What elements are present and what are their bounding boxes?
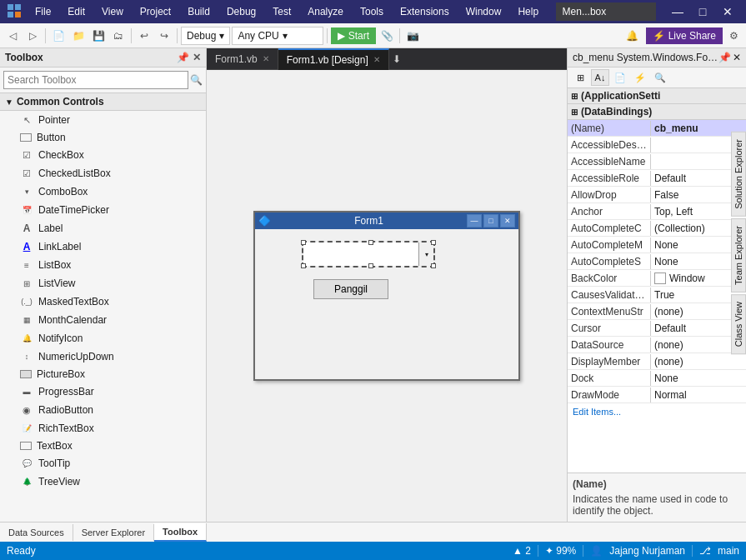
- menu-window[interactable]: Window: [459, 4, 508, 19]
- handle-bm[interactable]: [368, 263, 373, 268]
- forward-button[interactable]: ▷: [23, 27, 42, 45]
- menu-edit[interactable]: Edit: [61, 4, 92, 19]
- toolbox-item-pointer[interactable]: ↖ Pointer: [0, 111, 206, 129]
- prop-section-applicationsettings[interactable]: ⊞ (ApplicationSetti: [568, 88, 746, 104]
- toolbox-item-checkedlistbox[interactable]: ☑ CheckedListBox: [0, 164, 206, 182]
- toolbox-item-listbox[interactable]: ≡ ListBox: [0, 256, 206, 274]
- properties-close-icon[interactable]: ✕: [733, 52, 741, 63]
- toolbox-item-treeview[interactable]: 🌲 TreeView: [0, 472, 206, 491]
- prop-row-cursor[interactable]: Cursor Default: [568, 320, 746, 337]
- properties-pin-icon[interactable]: 📌: [718, 52, 731, 63]
- menu-analyze[interactable]: Analyze: [301, 4, 350, 19]
- prop-row-allowdrop[interactable]: AllowDrop False: [568, 187, 746, 203]
- prop-row-name[interactable]: (Name) cb_menu: [568, 120, 746, 137]
- prop-row-accessiblename[interactable]: AccessibleName: [568, 153, 746, 170]
- toolbox-item-listview[interactable]: ⊞ ListView: [0, 274, 206, 292]
- toolbox-item-linklabel[interactable]: A LinkLabel: [0, 238, 206, 256]
- prop-section-databindings[interactable]: ⊞ (DataBindings): [568, 104, 746, 120]
- combobox-control[interactable]: ▾: [303, 242, 433, 266]
- menu-extensions[interactable]: Extensions: [393, 4, 456, 19]
- prop-row-drawmode[interactable]: DrawMode Normal: [568, 387, 746, 403]
- live-share-button[interactable]: ⚡ Live Share: [646, 28, 723, 44]
- toolbox-item-datetimepicker[interactable]: 📅 DateTimePicker: [0, 201, 206, 219]
- class-view-tab[interactable]: Class View: [731, 294, 746, 354]
- tab-form1vb[interactable]: Form1.vb ✕: [207, 48, 278, 70]
- toolbox-pin-icon[interactable]: 📌: [177, 52, 189, 63]
- toolbox-item-radiobutton[interactable]: ◉ RadioButton: [0, 401, 206, 419]
- platform-dropdown[interactable]: Any CPU ▾: [232, 27, 323, 45]
- bottom-tab-datasources[interactable]: Data Sources: [0, 524, 73, 541]
- bottom-tab-serverexplorer[interactable]: Server Explorer: [73, 524, 154, 541]
- handle-tl[interactable]: [301, 240, 306, 245]
- undo-button[interactable]: ↩: [135, 27, 153, 45]
- toolbox-item-textbox[interactable]: TextBox: [0, 438, 206, 454]
- new-project-button[interactable]: 📄: [49, 27, 68, 45]
- menu-build[interactable]: Build: [181, 4, 217, 19]
- toolbox-item-progressbar[interactable]: ▬ ProgressBar: [0, 382, 206, 401]
- toolbox-item-numericupdown[interactable]: ↕ NumericUpDown: [0, 348, 206, 366]
- edit-items-link[interactable]: Edit Items...: [568, 403, 746, 420]
- toolbox-item-picturebox[interactable]: PictureBox: [0, 366, 206, 382]
- close-button[interactable]: ✕: [716, 2, 739, 21]
- form-close-button[interactable]: ✕: [500, 214, 515, 228]
- notifications-button[interactable]: 🔔: [623, 27, 641, 45]
- tab-close-icon[interactable]: ✕: [263, 54, 269, 63]
- prop-row-dock[interactable]: Dock None: [568, 370, 746, 387]
- prop-search-button[interactable]: 🔍: [651, 69, 669, 86]
- prop-categorized-button[interactable]: ⊞: [571, 69, 589, 86]
- toolbox-item-label[interactable]: A Label: [0, 219, 206, 238]
- debug-config-dropdown[interactable]: Debug ▾: [181, 27, 230, 45]
- back-button[interactable]: ◁: [3, 27, 22, 45]
- open-button[interactable]: 📁: [69, 27, 88, 45]
- prop-row-causesvalidation[interactable]: CausesValidation True: [568, 287, 746, 303]
- properties-object-selector[interactable]: cb_menu System.Windows.Forms.Co ▼: [573, 52, 718, 63]
- form-client-area[interactable]: ▾ Panggil: [255, 229, 518, 379]
- prop-row-accessibledescri[interactable]: AccessibleDescri: [568, 137, 746, 153]
- toolbox-item-monthcalendar[interactable]: ▦ MonthCalendar: [0, 311, 206, 329]
- prop-row-autocompletes[interactable]: AutoCompleteS None: [568, 253, 746, 270]
- toolbox-item-tooltip[interactable]: 💬 ToolTip: [0, 454, 206, 472]
- handle-bl[interactable]: [301, 263, 306, 268]
- menu-help[interactable]: Help: [511, 4, 545, 19]
- settings-button[interactable]: ⚙: [724, 27, 743, 45]
- tab-close-active-icon[interactable]: ✕: [373, 55, 380, 64]
- tab-form1vb-design[interactable]: Form1.vb [Design] ✕: [278, 48, 389, 70]
- menu-view[interactable]: View: [95, 4, 130, 19]
- redo-button[interactable]: ↪: [155, 27, 173, 45]
- handle-br[interactable]: [431, 263, 436, 268]
- menu-test[interactable]: Test: [266, 4, 298, 19]
- combobox-input[interactable]: [303, 242, 418, 266]
- toolbox-item-checkbox[interactable]: ☑ CheckBox: [0, 146, 206, 164]
- prop-row-contextmenustrip[interactable]: ContextMenuStr (none): [568, 303, 746, 320]
- prop-row-autocompletecustom[interactable]: AutoCompleteC (Collection): [568, 220, 746, 237]
- prop-row-anchor[interactable]: Anchor Top, Left: [568, 203, 746, 220]
- maximize-button[interactable]: □: [691, 2, 714, 21]
- toolbox-search-input[interactable]: [3, 71, 188, 89]
- save-button[interactable]: 💾: [89, 27, 108, 45]
- menu-project[interactable]: Project: [133, 4, 178, 19]
- attach-button[interactable]: 📎: [378, 27, 396, 45]
- form-minimize-button[interactable]: —: [467, 214, 482, 228]
- menu-tools[interactable]: Tools: [353, 4, 390, 19]
- prop-row-datasource[interactable]: DataSource (none): [568, 337, 746, 353]
- prop-row-displaymember[interactable]: DisplayMember (none): [568, 353, 746, 370]
- team-explorer-tab[interactable]: Team Explorer: [731, 218, 746, 292]
- toolbox-item-richtextbox[interactable]: 📝 RichTextBox: [0, 419, 206, 438]
- screenshot-button[interactable]: 📷: [403, 27, 422, 45]
- solution-explorer-tab[interactable]: Solution Explorer: [731, 132, 746, 217]
- prop-row-autocompletem[interactable]: AutoCompleteM None: [568, 237, 746, 253]
- tab-scroll-arrows[interactable]: ⬇: [389, 53, 404, 65]
- combobox-arrow[interactable]: ▾: [418, 242, 433, 266]
- prop-row-backcolor[interactable]: BackColor Window: [568, 270, 746, 287]
- start-button[interactable]: ▶ Start: [331, 28, 376, 44]
- toolbox-item-combobox[interactable]: ▾ ComboBox: [0, 182, 206, 201]
- toolbox-close-icon[interactable]: ✕: [193, 52, 201, 63]
- toolbox-section-common[interactable]: ▼ Common Controls: [0, 93, 206, 111]
- prop-alphabetical-button[interactable]: A↓: [591, 69, 609, 86]
- menu-debug[interactable]: Debug: [220, 4, 263, 19]
- form-maximize-button[interactable]: □: [483, 214, 498, 228]
- toolbox-item-notifyicon[interactable]: 🔔 NotifyIcon: [0, 329, 206, 348]
- menu-file[interactable]: File: [28, 4, 58, 19]
- toolbox-item-button[interactable]: Button: [0, 129, 206, 146]
- handle-tr[interactable]: [431, 240, 436, 245]
